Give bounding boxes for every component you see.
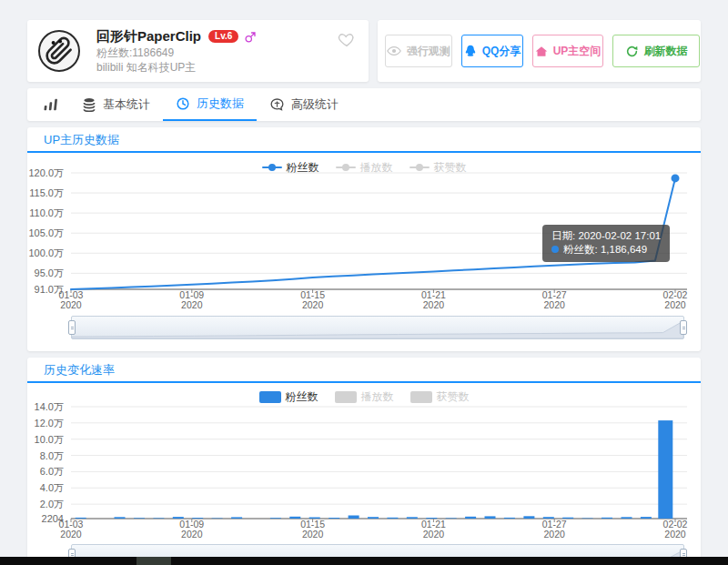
bar[interactable]	[329, 518, 339, 519]
gender-icon	[244, 30, 258, 44]
tooltip-series-label: 粉丝数:	[563, 244, 598, 255]
tooltip-series-dot	[551, 246, 559, 253]
tab-advanced-stats-label: 高级统计	[291, 96, 339, 113]
y-tick-label: 4.0万	[40, 482, 64, 493]
bar[interactable]	[582, 519, 593, 520]
datazoom1-handle-left[interactable]	[68, 320, 76, 335]
x-tick-year: 2020	[181, 529, 203, 540]
bar[interactable]	[349, 516, 359, 520]
tooltip-date-label: 日期:	[551, 230, 575, 241]
tab-basic-stats[interactable]: 基本统计	[69, 88, 163, 121]
bar[interactable]	[407, 517, 418, 519]
avatar[interactable]	[38, 30, 80, 72]
last-data-point[interactable]	[672, 174, 680, 182]
tooltip-date-value: 2020-02-02 17:01	[578, 230, 661, 241]
bar[interactable]	[115, 517, 126, 519]
datazoom-shadow-1	[72, 317, 683, 338]
tab-trend-overview[interactable]	[35, 88, 69, 121]
x-tick-year: 2020	[664, 299, 686, 310]
bar[interactable]	[562, 518, 573, 519]
bar[interactable]	[543, 517, 554, 519]
bar[interactable]	[270, 518, 281, 519]
page: 回形针PaperClip Lv.6 粉丝数:1186649 bilibili 知…	[0, 0, 728, 565]
bar[interactable]	[622, 517, 632, 519]
x-tick-year: 2020	[544, 299, 566, 310]
bar[interactable]	[602, 518, 612, 519]
up-space-button[interactable]: UP主空间	[532, 35, 603, 67]
y-tick-label: 2.0万	[40, 499, 64, 510]
history-clock-icon	[176, 96, 190, 111]
bottom-dark-strip	[0, 557, 728, 565]
favorite-heart-icon[interactable]	[338, 31, 356, 51]
y-tick-label: 10.0万	[35, 434, 64, 445]
y-tick-label: 8.0万	[40, 450, 64, 461]
up-space-label: UP主空间	[553, 44, 602, 59]
axes: 22042.0万4.0万6.0万8.0万10.0万12.0万14.0万01-03…	[35, 401, 688, 540]
refresh-data-button[interactable]: 刷新数据	[612, 35, 700, 67]
y-tick-label: 100.0万	[28, 247, 64, 258]
bar[interactable]	[504, 518, 515, 519]
history-chart-card: UP主历史数据 粉丝数播放数获赞数 91.0万95.0万100.0万105.0万…	[27, 127, 701, 351]
tooltip-series-value: 1,186,649	[601, 244, 647, 255]
bar[interactable]	[289, 517, 300, 519]
x-tick-year: 2020	[302, 299, 324, 310]
profile-description: bilibili 知名科技UP主	[96, 61, 258, 75]
x-tick-year: 2020	[181, 299, 203, 310]
actions-card: 强行观测 QQ分享 UP主空间 刷新数据	[378, 20, 701, 82]
bar[interactable]	[523, 516, 534, 519]
x-tick-year: 2020	[423, 529, 445, 540]
refresh-icon	[625, 45, 639, 58]
tab-advanced-stats[interactable]: 高级统计	[257, 88, 351, 121]
bottom-strip-segment	[136, 557, 171, 565]
bar[interactable]	[134, 518, 145, 519]
section-title-rate: 历史变化速率	[27, 358, 701, 383]
tab-history-data[interactable]: 历史数据	[163, 88, 257, 121]
y-tick-label: 6.0万	[40, 466, 64, 477]
bar[interactable]	[485, 516, 496, 519]
qq-share-label: QQ分享	[482, 44, 521, 59]
datazoom1-handle-right[interactable]	[680, 320, 687, 335]
profile-name: 回形针PaperClip	[96, 28, 201, 45]
bar[interactable]	[309, 518, 320, 520]
section-title-history: UP主历史数据	[27, 127, 701, 153]
datazoom-slider-1[interactable]	[71, 316, 684, 339]
paperclip-logo-icon	[45, 36, 74, 66]
y-tick-label: 14.0万	[35, 401, 64, 412]
followers-rate-bar-chart[interactable]: 22042.0万4.0万6.0万8.0万10.0万12.0万14.0万01-03…	[27, 391, 701, 542]
profile-card: 回形针PaperClip Lv.6 粉丝数:1186649 bilibili 知…	[27, 20, 369, 82]
followers-count: 粉丝数:1186649	[96, 46, 258, 60]
tab-bar: 基本统计 历史数据 高级统计	[27, 88, 701, 121]
bar[interactable]	[426, 518, 437, 519]
y-tick-label: 115.0万	[29, 187, 64, 198]
stats-bars-icon	[44, 97, 60, 112]
bar[interactable]	[368, 517, 379, 519]
y-tick-label: 110.0万	[29, 207, 64, 218]
chart-tooltip: 日期: 2020-02-02 17:01 粉丝数: 1,186,649	[542, 225, 670, 262]
qq-penguin-icon	[464, 45, 477, 58]
bar[interactable]	[192, 518, 203, 519]
x-tick-year: 2020	[60, 529, 82, 540]
y-tick-label: 105.0万	[28, 227, 64, 238]
tab-basic-stats-label: 基本统计	[103, 96, 150, 113]
y-tick-label: 12.0万	[35, 418, 64, 429]
bar[interactable]	[231, 517, 242, 519]
home-icon	[535, 45, 548, 57]
bar[interactable]	[658, 420, 672, 519]
bar[interactable]	[153, 518, 164, 519]
y-tick-label: 120.0万	[28, 167, 64, 178]
force-observe-button[interactable]: 强行观测	[385, 35, 452, 67]
x-tick-year: 2020	[60, 299, 82, 310]
bar[interactable]	[465, 517, 476, 519]
eye-icon	[387, 45, 401, 56]
bar[interactable]	[387, 518, 398, 519]
bar[interactable]	[76, 518, 86, 519]
bar[interactable]	[641, 517, 652, 519]
bar[interactable]	[173, 517, 184, 519]
refresh-data-label: 刷新数据	[644, 44, 688, 59]
qq-share-button[interactable]: QQ分享	[461, 35, 523, 67]
brain-icon	[269, 97, 285, 112]
bar[interactable]	[212, 519, 223, 520]
bar[interactable]	[446, 518, 457, 519]
y-tick-label: 95.0万	[35, 267, 64, 278]
x-tick-year: 2020	[302, 529, 324, 540]
